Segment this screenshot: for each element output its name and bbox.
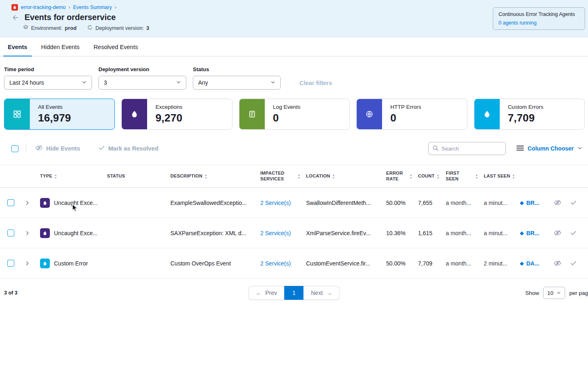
time-period-select[interactable]: Last 24 hours bbox=[4, 76, 92, 90]
card-custom-errors[interactable]: Custom Errors 7,709 bbox=[474, 99, 585, 130]
row-checkbox[interactable] bbox=[7, 229, 14, 236]
tab-resolved-events[interactable]: Resolved Events bbox=[87, 38, 145, 56]
agents-panel: Continuous Error Tracking Agents 0 agent… bbox=[493, 7, 585, 30]
arrow-left-icon: ← bbox=[256, 290, 262, 296]
back-arrow-icon[interactable] bbox=[11, 13, 20, 22]
row-expand-chevron-icon[interactable] bbox=[20, 231, 38, 236]
impacted-services-link[interactable]: 2 Service(s) bbox=[260, 260, 291, 267]
chevron-down-icon bbox=[557, 290, 561, 296]
event-description: SAXParseException: XML d... bbox=[169, 230, 259, 236]
environment-icon bbox=[23, 25, 29, 31]
deployment-version-select[interactable]: 3 bbox=[98, 76, 186, 90]
card-exceptions[interactable]: Exceptions 9,270 bbox=[121, 99, 232, 130]
column-header-count[interactable]: COUNT▲▼ bbox=[416, 173, 444, 179]
stat-cards: All Events 16,979 Exceptions 9,270 Log E… bbox=[0, 90, 588, 130]
custom-error-flame-icon bbox=[40, 259, 50, 268]
breadcrumb-project-link[interactable]: error-tracking-demo bbox=[21, 4, 66, 10]
column-header-last-seen[interactable]: LAST SEEN▲▼ bbox=[482, 173, 520, 179]
kebab-menu-icon[interactable]: ⋮ bbox=[586, 199, 588, 207]
card-http-errors[interactable]: HTTP Errors 0 bbox=[356, 99, 467, 130]
column-header-location[interactable]: LOCATION▲▼ bbox=[304, 173, 385, 179]
event-count: 1,615 bbox=[416, 230, 444, 236]
page-header: error-tracking-demo › Events Summary › E… bbox=[0, 0, 588, 38]
document-icon bbox=[239, 99, 265, 129]
deployment-version-value: 3 bbox=[146, 25, 149, 31]
event-type: Uncaught Exce... bbox=[54, 200, 98, 206]
column-header-type[interactable]: TYPE▲▼ bbox=[38, 173, 105, 179]
card-value: 0 bbox=[273, 112, 301, 124]
sort-icon[interactable]: ▲▼ bbox=[409, 174, 412, 179]
kebab-menu-icon[interactable]: ⋮ bbox=[586, 260, 588, 267]
column-header-status[interactable]: STATUS bbox=[105, 173, 169, 179]
sort-icon[interactable]: ▲▼ bbox=[204, 174, 207, 179]
sort-icon[interactable]: ▲▼ bbox=[512, 174, 515, 179]
kebab-menu-icon[interactable]: ⋮ bbox=[586, 229, 588, 237]
event-location: CustomEventService.fir... bbox=[304, 260, 385, 267]
flame-icon bbox=[122, 99, 147, 129]
hide-event-icon[interactable] bbox=[554, 229, 561, 237]
pipeline-link[interactable]: ◆BR... bbox=[520, 200, 539, 206]
pipeline-link[interactable]: ◆DA... bbox=[520, 260, 539, 267]
diamond-icon: ◆ bbox=[520, 230, 524, 236]
prev-page-button[interactable]: ← Prev bbox=[248, 286, 284, 300]
column-chooser-button[interactable]: Column Chooser bbox=[516, 145, 582, 152]
page-size-select[interactable]: 10 bbox=[543, 287, 565, 299]
status-select[interactable]: Any bbox=[193, 76, 281, 90]
select-all-checkbox[interactable] bbox=[11, 145, 18, 152]
resolve-event-icon[interactable] bbox=[570, 260, 577, 267]
row-expand-chevron-icon[interactable] bbox=[20, 261, 38, 266]
mark-resolved-button[interactable]: Mark as Resolved bbox=[98, 144, 159, 153]
hide-events-button[interactable]: Hide Events bbox=[35, 144, 80, 153]
resolve-event-icon[interactable] bbox=[570, 229, 577, 236]
tabs-bar: Events Hidden Events Resolved Events bbox=[0, 38, 588, 56]
last-seen: 2 minut... bbox=[482, 260, 520, 267]
search-input[interactable] bbox=[441, 146, 501, 152]
impacted-services-link[interactable]: 2 Service(s) bbox=[260, 200, 291, 206]
agents-running-link[interactable]: 0 agents running bbox=[499, 20, 537, 26]
resolve-event-icon[interactable] bbox=[570, 199, 577, 206]
next-page-button[interactable]: Next → bbox=[304, 286, 340, 300]
column-header-first-seen[interactable]: FIRST SEEN▲▼ bbox=[444, 171, 482, 182]
tab-hidden-events[interactable]: Hidden Events bbox=[34, 38, 87, 56]
row-expand-chevron-icon[interactable] bbox=[20, 200, 38, 205]
event-count: 7,709 bbox=[416, 260, 444, 267]
chevron-down-icon bbox=[82, 79, 87, 86]
card-value: 7,709 bbox=[508, 112, 543, 124]
card-label: All Events bbox=[38, 104, 71, 110]
deployment-version-filter-label: Deployment version bbox=[98, 66, 186, 72]
chevron-down-icon bbox=[176, 79, 181, 86]
sort-icon[interactable]: ▲▼ bbox=[332, 174, 335, 179]
impacted-services-link[interactable]: 2 Service(s) bbox=[260, 230, 291, 236]
card-value: 9,270 bbox=[155, 112, 182, 124]
column-header-error-rate[interactable]: ERROR RATE▲▼ bbox=[385, 171, 416, 182]
clear-filters-button[interactable]: Clear filters bbox=[300, 80, 332, 86]
tab-events[interactable]: Events bbox=[1, 38, 34, 56]
pipeline-link[interactable]: ◆BR... bbox=[520, 230, 539, 236]
card-value: 16,979 bbox=[38, 112, 71, 124]
event-location: XmlParseService.fireEv... bbox=[304, 230, 385, 236]
arrow-right-icon: → bbox=[326, 290, 332, 296]
card-value: 0 bbox=[390, 112, 421, 124]
card-log-events[interactable]: Log Events 0 bbox=[239, 99, 350, 130]
breadcrumb-events-summary-link[interactable]: Events Summary bbox=[73, 4, 112, 10]
sort-icon[interactable]: ▲▼ bbox=[475, 174, 478, 179]
error-rate: 50.00% bbox=[385, 260, 416, 267]
card-label: Custom Errors bbox=[508, 104, 543, 110]
hide-event-icon[interactable] bbox=[554, 259, 561, 267]
error-tracking-logo-icon bbox=[11, 4, 18, 11]
page-1-button[interactable]: 1 bbox=[284, 286, 304, 300]
filters-bar: Time period Last 24 hours Deployment ver… bbox=[0, 56, 588, 90]
chevron-down-icon bbox=[577, 145, 582, 152]
table-row: Uncaught Exce... ExampleSwallowedExcepti… bbox=[0, 188, 588, 218]
card-all-events[interactable]: All Events 16,979 bbox=[4, 99, 115, 130]
column-header-description[interactable]: DESCRIPTION▲▼ bbox=[169, 173, 259, 179]
exception-flame-icon bbox=[40, 228, 50, 238]
row-checkbox[interactable] bbox=[7, 260, 14, 267]
sort-icon[interactable]: ▲▼ bbox=[437, 174, 440, 179]
sort-icon[interactable]: ▲▼ bbox=[54, 174, 57, 179]
column-header-impacted-services[interactable]: IMPACTED SERVICES▲▼ bbox=[259, 171, 304, 182]
first-seen: a month... bbox=[444, 260, 482, 267]
row-checkbox[interactable] bbox=[7, 199, 14, 206]
hide-event-icon[interactable] bbox=[554, 199, 561, 207]
sort-icon[interactable]: ▲▼ bbox=[297, 174, 300, 179]
